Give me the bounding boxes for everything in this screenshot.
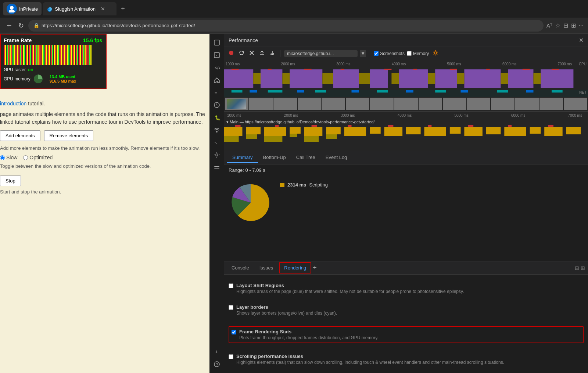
svg-rect-25 bbox=[224, 69, 253, 88]
sidebar-icon-console[interactable]: >_ bbox=[211, 49, 223, 61]
memory-checkbox[interactable] bbox=[407, 51, 412, 56]
svg-rect-80 bbox=[486, 127, 501, 134]
frame-rate-overlay: Frame Rate 15.6 fps bbox=[0, 34, 107, 89]
svg-rect-26 bbox=[261, 69, 282, 88]
sidebar-icon-perf2[interactable]: ∿ bbox=[211, 137, 223, 148]
svg-text:+: + bbox=[215, 349, 218, 355]
layer-borders-checkbox[interactable] bbox=[229, 305, 233, 310]
svg-rect-92 bbox=[275, 125, 279, 127]
profile-tab[interactable]: InPrivate bbox=[3, 2, 42, 15]
active-tab[interactable]: Sluggish Animation ✕ bbox=[43, 2, 116, 15]
tab-rendering[interactable]: Rendering bbox=[279, 262, 311, 274]
filter-input[interactable] bbox=[284, 50, 358, 57]
svg-rect-60 bbox=[377, 90, 388, 93]
split-button[interactable]: ⊟ bbox=[563, 22, 568, 29]
bottom-panel: Console Issues Rendering + ⊟ ⊞ Layout Sh… bbox=[224, 261, 588, 373]
layout-shift-checkbox[interactable] bbox=[229, 283, 233, 288]
slow-radio-label[interactable]: Slow bbox=[0, 155, 17, 160]
svg-rect-85 bbox=[224, 136, 239, 142]
svg-rect-4 bbox=[214, 40, 219, 45]
filter-dropdown[interactable]: ▼ bbox=[360, 50, 366, 57]
svg-rect-90 bbox=[326, 134, 337, 139]
sidebar-icon-add[interactable]: + bbox=[211, 346, 223, 358]
sidebar-icon-home[interactable] bbox=[211, 74, 223, 86]
svg-rect-86 bbox=[246, 134, 257, 139]
optimized-radio[interactable] bbox=[23, 155, 28, 160]
main-thread-chart bbox=[224, 125, 588, 151]
screenshot-thumb bbox=[225, 98, 248, 110]
sidebar-icon-wifi[interactable] bbox=[211, 124, 223, 136]
svg-rect-29 bbox=[370, 69, 388, 88]
edge-favicon bbox=[47, 6, 53, 12]
screenshots-label[interactable]: Screenshots bbox=[374, 51, 405, 56]
refresh-button[interactable]: ↻ bbox=[17, 20, 25, 31]
svg-rect-62 bbox=[435, 90, 446, 93]
svg-rect-58 bbox=[315, 90, 326, 93]
scripting-color bbox=[280, 183, 284, 187]
reload-record-button[interactable] bbox=[237, 49, 245, 58]
toolbar-separator-2 bbox=[370, 50, 370, 57]
stop-button[interactable]: Stop bbox=[0, 175, 21, 186]
timeline-top: 1000 ms 2000 ms 3000 ms 4000 ms 5000 ms … bbox=[224, 60, 588, 112]
tick-row-2: 1000 ms 2000 ms 3000 ms 4000 ms 5000 ms … bbox=[224, 112, 588, 119]
bottom-tabs: Console Issues Rendering + ⊟ ⊞ bbox=[224, 261, 588, 275]
tab-close-button[interactable]: ✕ bbox=[101, 6, 105, 12]
favorites-button[interactable]: ☆ bbox=[555, 22, 560, 29]
new-tab-button[interactable]: + bbox=[121, 5, 125, 13]
screenshot-button[interactable]: ⊞ bbox=[581, 265, 585, 271]
more-button[interactable]: ··· bbox=[579, 22, 584, 29]
settings-gear-button[interactable] bbox=[431, 48, 440, 59]
dock-button[interactable]: ⊟ bbox=[575, 265, 579, 271]
svg-rect-87 bbox=[264, 136, 283, 142]
tab-issues[interactable]: Issues bbox=[255, 263, 278, 273]
remove-elements-button[interactable]: Remove elements bbox=[44, 130, 94, 141]
collections-button[interactable]: ⊞ bbox=[571, 22, 576, 29]
tab-summary[interactable]: Summary bbox=[227, 152, 258, 163]
devtools-close-button[interactable]: ✕ bbox=[579, 37, 584, 44]
gpu-raster-value: on bbox=[28, 67, 33, 72]
tab-event-log[interactable]: Event Log bbox=[320, 152, 352, 163]
svg-rect-88 bbox=[290, 134, 297, 137]
sidebar-icon-performance[interactable] bbox=[211, 99, 223, 111]
memory-label[interactable]: Memory bbox=[407, 51, 429, 56]
download-button[interactable] bbox=[268, 49, 276, 58]
optimized-radio-label[interactable]: Optimized bbox=[23, 155, 53, 160]
sidebar-icon-layers[interactable] bbox=[211, 162, 223, 173]
clear-button[interactable] bbox=[248, 49, 256, 58]
intro-link[interactable]: introduction bbox=[0, 101, 26, 106]
frame-rendering-checkbox[interactable] bbox=[232, 330, 236, 334]
scrolling-perf-checkbox[interactable] bbox=[229, 354, 233, 359]
sidebar-icon-bugs[interactable]: 🐛 bbox=[211, 112, 223, 123]
upload-button[interactable] bbox=[258, 49, 266, 58]
element-buttons: Add elements Remove elements bbox=[0, 130, 209, 141]
sidebar-icon-inspect[interactable] bbox=[211, 37, 223, 48]
page-text-area: introduction tutorial. page animates mul… bbox=[0, 100, 209, 195]
read-aloud-button[interactable]: Aᵀ bbox=[546, 22, 552, 29]
address-input[interactable]: 🔒 https://microsoftedge.github.io/Demos/… bbox=[28, 20, 544, 32]
sidebar-icon-settings[interactable] bbox=[211, 149, 223, 161]
add-tab-button[interactable]: + bbox=[313, 264, 317, 272]
tab-console[interactable]: Console bbox=[227, 263, 254, 273]
sidebar-icon-sources[interactable]: </> bbox=[211, 62, 223, 73]
tab-bottom-up[interactable]: Bottom-Up bbox=[258, 152, 291, 163]
frame-rendering-item: Frame Rendering Stats Plots frame throug… bbox=[229, 326, 584, 343]
back-button[interactable]: ← bbox=[4, 20, 14, 31]
add-elements-button[interactable]: Add elements bbox=[0, 130, 40, 141]
svg-text:🐛: 🐛 bbox=[215, 115, 220, 121]
svg-rect-35 bbox=[253, 73, 261, 84]
tab-call-tree[interactable]: Call Tree bbox=[291, 152, 320, 163]
svg-rect-28 bbox=[333, 69, 359, 88]
svg-rect-91 bbox=[235, 125, 241, 127]
svg-text:≡: ≡ bbox=[215, 91, 217, 95]
svg-rect-97 bbox=[468, 125, 473, 127]
url-display: https://microsoftedge.github.io/Demos/de… bbox=[42, 23, 195, 28]
main-thread-label: ▾ Main — https://microsoftedge.github.io… bbox=[224, 119, 588, 125]
layout-shift-section: Layout Shift Regions Highlights areas of… bbox=[224, 278, 588, 299]
layout-shift-label: Layout Shift Regions bbox=[236, 283, 464, 288]
svg-point-24 bbox=[434, 52, 437, 54]
screenshots-checkbox[interactable] bbox=[374, 51, 379, 56]
sidebar-icon-help[interactable]: ? bbox=[211, 358, 223, 370]
sidebar-icon-network[interactable]: ≡ bbox=[211, 87, 223, 98]
record-button[interactable] bbox=[227, 49, 235, 58]
slow-radio[interactable] bbox=[0, 155, 5, 160]
